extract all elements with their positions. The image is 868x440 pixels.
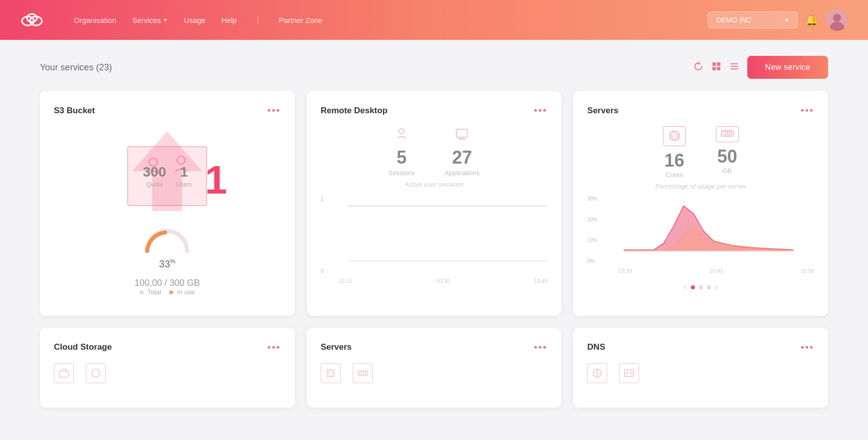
ram-icon: RAM: [716, 126, 739, 142]
dot-1[interactable]: [691, 285, 695, 289]
remote-desktop-card: Remote Desktop ••• 5 Sessions: [307, 91, 562, 316]
new-service-button[interactable]: New service: [747, 56, 828, 79]
grid-icon[interactable]: [711, 61, 721, 74]
main-nav: Organisation Services ▼ Usage Help | Par…: [74, 15, 688, 24]
svg-text:RAM: RAM: [725, 133, 732, 136]
rd-x-labels: 10:15 10:30 10:45: [331, 278, 548, 284]
avatar[interactable]: [826, 9, 848, 31]
dns-icons: [587, 363, 814, 383]
nav-partner-zone[interactable]: Partner Zone: [279, 16, 323, 24]
s3-users-stat: 1 Users: [176, 164, 192, 188]
server-gb-value: 50: [716, 146, 739, 167]
next-button[interactable]: ›: [715, 282, 718, 292]
server-cpu-stat: CPU 16 Cores: [663, 126, 686, 179]
nav-usage[interactable]: Usage: [184, 16, 206, 24]
list-icon[interactable]: [729, 61, 739, 74]
svg-rect-17: [456, 129, 467, 137]
rd-applications-stat: 27 Applications: [444, 126, 479, 177]
rd-chart-container: 1 0 10:15 10:30 10:45: [321, 196, 548, 284]
company-selector[interactable]: DEMO INC ▼: [708, 11, 798, 28]
rd-card-menu[interactable]: •••: [534, 105, 547, 116]
cloud-storage-card: Cloud Storage •••: [40, 328, 295, 408]
s3-visual: 300 Quota 1 Users 1: [54, 126, 281, 270]
dns-menu[interactable]: •••: [801, 342, 814, 353]
prev-button[interactable]: ‹: [684, 282, 687, 292]
company-dropdown-icon: ▼: [784, 17, 789, 23]
storage-amount: 100,00 / 300 GB: [54, 278, 281, 288]
card-pagination: ‹ ›: [587, 282, 814, 292]
server-subtitle: Percentage of usage per server: [587, 183, 814, 190]
servers2-menu[interactable]: •••: [534, 342, 547, 353]
svg-rect-8: [712, 67, 716, 70]
rd-card-title: Remote Desktop: [321, 106, 388, 116]
services-title: Your services (23): [40, 62, 112, 73]
server-cores-label: Cores: [663, 171, 686, 179]
s3-bucket-card: S3 Bucket •••: [40, 91, 295, 316]
svg-rect-12: [730, 68, 738, 69]
servers-card-header: Servers •••: [587, 105, 814, 116]
server-ram-stat: RAM 50 GB: [716, 126, 739, 179]
svg-rect-59: [327, 370, 334, 377]
svg-rect-61: [358, 371, 368, 375]
rd-applications-icon: [444, 126, 479, 143]
servers-chart-container: 30% 20% 10% 0%: [587, 196, 814, 274]
nav-organisation[interactable]: Organisation: [74, 16, 116, 24]
s3-quota-stat: 300 Quota: [143, 164, 166, 188]
servers2-cpu-icon: [321, 363, 341, 383]
s3-card-menu[interactable]: •••: [267, 105, 281, 116]
rd-sessions-icon: [389, 126, 415, 143]
svg-rect-9: [717, 67, 720, 70]
legend-inuse: In use: [169, 288, 195, 296]
cloud-storage-icon-2: [86, 363, 106, 383]
rd-sessions-label: Sessions: [389, 169, 415, 177]
rd-applications-value: 27: [444, 147, 479, 168]
dot-2[interactable]: [699, 285, 703, 289]
legend-inuse-dot: [169, 290, 173, 294]
svg-rect-11: [730, 66, 738, 67]
s3-quota-value: 300: [143, 164, 166, 180]
servers2-title: Servers: [321, 342, 352, 352]
s3-big-number: 1: [205, 160, 227, 200]
dns-card: DNS •••: [573, 328, 828, 408]
rd-y-labels: 1 0: [321, 196, 324, 284]
rd-chart: [339, 196, 556, 276]
nav-divider: |: [257, 15, 259, 24]
svg-text:CPU: CPU: [673, 135, 680, 138]
svg-rect-57: [59, 371, 68, 377]
cloud-storage-menu[interactable]: •••: [267, 342, 281, 353]
nav-help[interactable]: Help: [221, 16, 237, 24]
dot-3[interactable]: [707, 285, 711, 289]
svg-point-4: [833, 14, 841, 22]
server-cores-value: 16: [663, 150, 686, 171]
s3-card-title: S3 Bucket: [54, 106, 95, 116]
servers-x-labels: 10:30 10:40 10:50: [603, 268, 814, 274]
servers-stats: CPU 16 Cores: [587, 126, 814, 179]
servers2-card: Servers •••: [307, 328, 562, 408]
servers-card-menu[interactable]: •••: [801, 105, 814, 116]
dns-title: DNS: [587, 342, 605, 352]
dns-icon-1: [587, 363, 607, 383]
bell-icon[interactable]: 🔔: [806, 14, 818, 26]
servers2-ram-icon: [353, 363, 373, 383]
rd-applications-label: Applications: [444, 169, 479, 177]
s3-users-value: 1: [176, 164, 192, 180]
svg-rect-10: [730, 63, 738, 64]
dns-header: DNS •••: [587, 342, 814, 353]
s3-users-label: Users: [176, 181, 192, 188]
svg-rect-7: [717, 62, 720, 66]
rd-card-header: Remote Desktop •••: [321, 105, 548, 116]
cloud-storage-title: Cloud Storage: [54, 342, 112, 352]
s3-stats-box: 300 Quota 1 Users: [127, 146, 207, 206]
servers-chart-svg: [603, 196, 814, 266]
refresh-icon[interactable]: [693, 61, 703, 74]
cloud-storage-header: Cloud Storage •••: [54, 342, 281, 353]
services-controls: New service: [693, 56, 828, 79]
servers-card-title: Servers: [587, 106, 618, 116]
header-right: DEMO INC ▼ 🔔: [708, 9, 848, 31]
nav-services[interactable]: Services ▼: [132, 16, 168, 24]
legend-total: Total: [140, 288, 161, 296]
s3-percent: 33%: [159, 258, 176, 270]
logo[interactable]: [20, 9, 44, 31]
services-grid: S3 Bucket •••: [40, 91, 828, 408]
s3-quota-label: Quota: [143, 181, 166, 188]
